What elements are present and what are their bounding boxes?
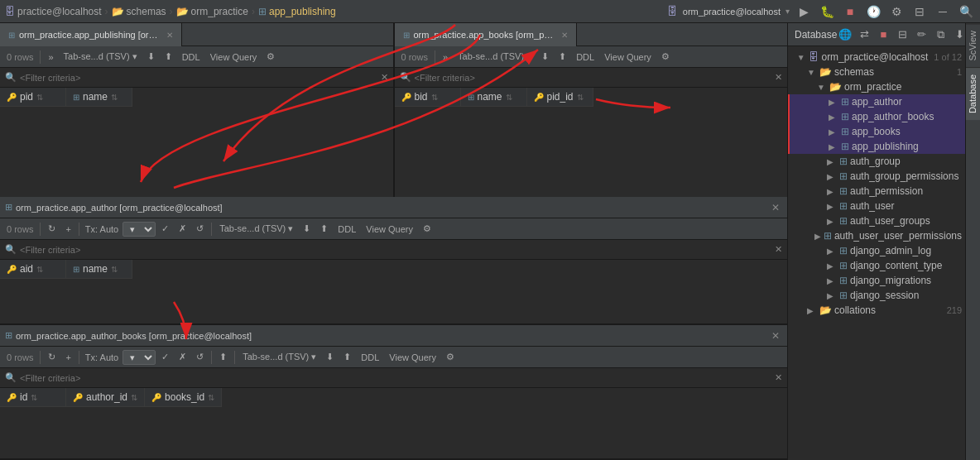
sort-name-pub[interactable]: ⇅ — [111, 93, 118, 102]
author-col-name[interactable]: ⊞ name ⇅ — [66, 260, 132, 279]
books-col-pidid[interactable]: 🔑 pid_id ⇅ — [527, 88, 593, 107]
author-download-btn[interactable]: ⬇ — [299, 221, 315, 237]
author-filter-input[interactable] — [20, 245, 775, 255]
publishing-download-btn[interactable]: ⬇ — [143, 49, 159, 65]
tree-auth-group[interactable]: ▶ ⊞ auth_group — [788, 154, 965, 169]
author-books-download-btn[interactable]: ⬇ — [322, 349, 338, 366]
sidebar-grid-btn[interactable]: ⊟ — [894, 26, 910, 43]
tree-orm-practice[interactable]: ▼ 📂 orm_practice — [788, 79, 965, 94]
author-books-view-query-btn[interactable]: View Query — [385, 349, 440, 366]
author-cancel-btn[interactable]: ✗ — [175, 221, 190, 237]
sidebar-globe-btn[interactable]: 🌐 — [837, 26, 853, 43]
author-view-query-btn[interactable]: View Query — [362, 221, 417, 237]
sidebar-copy-btn[interactable]: ⧉ — [932, 26, 949, 43]
author-books-expand[interactable]: ▶ — [829, 113, 838, 122]
author-refresh-btn[interactable]: ↻ — [44, 221, 60, 237]
author-books-tx-select[interactable]: ▾ — [122, 350, 156, 365]
books-download-btn[interactable]: ⬇ — [537, 49, 553, 65]
author-books-filter-clear[interactable]: ✕ — [775, 372, 782, 383]
books-ddl-btn[interactable]: DDL — [572, 49, 598, 65]
author-col-aid[interactable]: 🔑 aid ⇅ — [0, 260, 66, 279]
collations-expand[interactable]: ▶ — [807, 306, 817, 315]
publishing-ddl-btn[interactable]: DDL — [178, 49, 204, 65]
minus-button[interactable]: ─ — [934, 2, 952, 21]
publishing-col-name[interactable]: ⊞ name ⇅ — [66, 88, 132, 107]
author-tsv-btn[interactable]: Tab-se...d (TSV) ▾ — [215, 221, 297, 237]
sort-name-author[interactable]: ⇅ — [111, 265, 118, 274]
author-books-add-btn[interactable]: + — [61, 349, 74, 366]
publishing-tab-sep-btn[interactable]: » — [44, 49, 57, 65]
author-books-settings-btn[interactable]: ⚙ — [442, 349, 459, 366]
tree-auth-uup[interactable]: ▶ ⊞ auth_user_user_permissions — [788, 228, 965, 243]
tree-django-session[interactable]: ▶ ⊞ django_session — [788, 288, 965, 303]
author-books-undo-btn[interactable]: ↺ — [192, 349, 208, 366]
author-expand[interactable]: ▶ — [829, 98, 838, 107]
author-books-cancel-btn[interactable]: ✗ — [175, 349, 190, 366]
sort-id-ab[interactable]: ⇅ — [31, 393, 37, 402]
tree-django-migrations[interactable]: ▶ ⊞ django_migrations — [788, 273, 965, 288]
publishing-tab-tsv-btn[interactable]: Tab-se...d (TSV) ▾ — [60, 49, 142, 65]
sort-pid[interactable]: ⇅ — [36, 93, 43, 102]
books-tab[interactable]: ⊞ orm_practice.app_books [orm_practice@l… — [395, 23, 577, 46]
clock-button[interactable]: 🕐 — [864, 2, 882, 21]
auth-gp-expand[interactable]: ▶ — [827, 172, 837, 181]
books-settings-btn[interactable]: ⚙ — [657, 49, 674, 65]
sort-pidid[interactable]: ⇅ — [577, 93, 584, 102]
sort-bid[interactable]: ⇅ — [431, 93, 438, 102]
books-view-query-btn[interactable]: View Query — [600, 49, 656, 65]
tree-app-publishing[interactable]: ▶ ⊞ app_publishing — [788, 139, 965, 154]
books-tab-tsv-btn[interactable]: Tab-se...d (TSV) ▾ — [454, 49, 536, 65]
sort-aid[interactable]: ⇅ — [36, 265, 43, 274]
sort-booksid[interactable]: ⇅ — [208, 393, 214, 402]
sidebar-stop-btn[interactable]: ■ — [875, 26, 891, 43]
sidebar-sync-btn[interactable]: ⇄ — [856, 26, 872, 43]
django-mig-expand[interactable]: ▶ — [827, 276, 837, 285]
publishing-view-query-btn[interactable]: View Query — [206, 49, 262, 65]
auth-uup-expand[interactable]: ▶ — [814, 232, 821, 241]
publishing-tab-close[interactable]: ✕ — [166, 31, 173, 40]
ab-col-booksid[interactable]: 🔑 books_id ⇅ — [145, 388, 222, 407]
author-ddl-btn[interactable]: DDL — [334, 221, 360, 237]
run-button[interactable]: ▶ — [795, 2, 813, 21]
search-top-button[interactable]: 🔍 — [957, 2, 975, 21]
publishing-col-pid[interactable]: 🔑 pid ⇅ — [0, 88, 66, 107]
author-add-btn[interactable]: + — [61, 221, 74, 237]
books-tab-close[interactable]: ✕ — [561, 31, 568, 40]
tree-connection[interactable]: ▼ 🗄 orm_practice@localhost 1 of 12 — [788, 50, 965, 65]
books-filter-input[interactable] — [415, 73, 776, 83]
schemas-expand[interactable]: ▼ — [807, 68, 817, 77]
auth-ug-expand[interactable]: ▶ — [827, 217, 837, 226]
layout-button[interactable]: ⊟ — [910, 2, 929, 21]
author-books-move-btn[interactable]: ⬆ — [215, 349, 231, 366]
books-col-name[interactable]: ⊞ name ⇅ — [461, 88, 527, 107]
author-check-btn[interactable]: ✓ — [157, 221, 173, 237]
publishing-expand[interactable]: ▶ — [829, 142, 838, 151]
author-panel-close[interactable]: ✕ — [769, 201, 782, 214]
books-upload-btn[interactable]: ⬆ — [555, 49, 570, 65]
debug-button[interactable]: 🐛 — [818, 2, 836, 21]
orm-expand[interactable]: ▼ — [817, 83, 827, 92]
publishing-filter-clear[interactable]: ✕ — [381, 72, 388, 83]
books-col-bid[interactable]: 🔑 bid ⇅ — [395, 88, 461, 107]
connection-expand[interactable]: ▼ — [797, 53, 807, 62]
tree-collations[interactable]: ▶ 📂 collations 219 — [788, 303, 965, 318]
ab-col-authorid[interactable]: 🔑 author_id ⇅ — [66, 388, 145, 407]
tree-app-author-books[interactable]: ▶ ⊞ app_author_books — [788, 109, 965, 124]
author-books-filter-input[interactable] — [20, 373, 775, 383]
tree-auth-user-groups[interactable]: ▶ ⊞ auth_user_groups — [788, 213, 965, 228]
sort-authorid[interactable]: ⇅ — [131, 393, 137, 402]
config-button[interactable]: ⚙ — [887, 2, 906, 21]
author-settings-btn[interactable]: ⚙ — [419, 221, 435, 237]
tree-schemas[interactable]: ▼ 📂 schemas 1 — [788, 65, 965, 79]
tree-app-author[interactable]: ▶ ⊞ app_author — [788, 94, 965, 109]
tree-auth-user[interactable]: ▶ ⊞ auth_user — [788, 199, 965, 213]
books-filter-clear[interactable]: ✕ — [775, 72, 782, 83]
author-filter-clear[interactable]: ✕ — [775, 244, 782, 255]
database-tab[interactable]: Database — [966, 67, 981, 120]
django-sess-expand[interactable]: ▶ — [827, 291, 837, 300]
author-books-panel-close[interactable]: ✕ — [769, 329, 782, 343]
author-books-tsv-btn[interactable]: Tab-se...d (TSV) ▾ — [238, 349, 320, 366]
tree-django-content[interactable]: ▶ ⊞ django_content_type — [788, 258, 965, 273]
books-expand[interactable]: ▶ — [829, 127, 838, 137]
auth-group-expand[interactable]: ▶ — [827, 157, 837, 166]
